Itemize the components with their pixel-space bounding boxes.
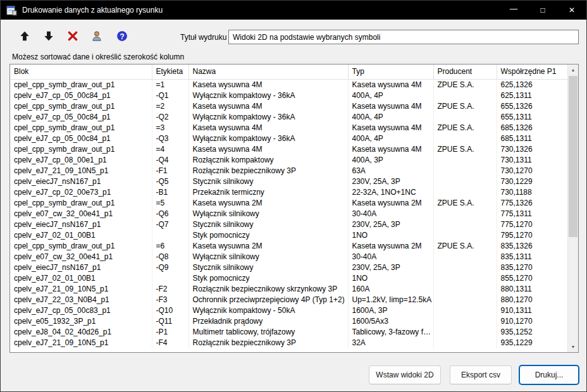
print-button[interactable]: Drukuj...: [519, 365, 579, 384]
table-row[interactable]: cpelv_eJ7_cp_05_00c84_p1-Q1Wyłącznik kom…: [10, 90, 567, 101]
table-cell: =3: [152, 123, 188, 133]
table-cell: Kaseta wysuwna 4M: [348, 101, 433, 112]
table-row[interactable]: cpelv_eiecJ7_nsN167_p1-Q7Stycznik silnik…: [10, 219, 567, 230]
move-up-button[interactable]: [16, 28, 34, 46]
table-row[interactable]: cpel_cpp_symb_draw_out_p1=3Kaseta wysuwn…: [10, 123, 567, 133]
table-cell: Rozłącznik kompaktowy: [188, 155, 348, 166]
table-row[interactable]: cpelv_eJ7_cp_08_00e1_p1-Q4Rozłącznik kom…: [10, 155, 567, 166]
table-row[interactable]: cpelv_eJ7_cp_02_00e73_p1-B1Przekaźnik te…: [10, 187, 567, 198]
window-title: Drukowanie danych z aktualnego rysunku: [22, 6, 163, 15]
table-row[interactable]: cpelv_e05_1932_3P_p1-Q11Przekładnik prąd…: [10, 316, 567, 327]
vertical-scrollbar[interactable]: ▲ ▼: [567, 64, 578, 352]
table-cell: 795,1270: [497, 230, 567, 241]
column-header-2[interactable]: Etykieta: [152, 64, 188, 79]
table-cell: 685,1311: [497, 133, 567, 144]
table-cell: ZPUE S.A.: [433, 79, 497, 90]
table-header-row: BlokEtykietaNazwaTypProducentWspółrzędne…: [10, 64, 567, 79]
table-row[interactable]: cpel_cpp_symb_draw_out_p1=4Kaseta wysuwn…: [10, 144, 567, 155]
table-cell: =5: [152, 198, 188, 209]
table-cell: 160A: [348, 284, 433, 295]
table-cell: cpelv_eJ7_cp_05_00c84_p1: [10, 90, 152, 101]
move-down-button[interactable]: [40, 28, 58, 46]
delete-row-button[interactable]: [64, 28, 82, 46]
table-cell: -F3: [152, 295, 188, 305]
help-button[interactable]: ?: [113, 28, 131, 46]
table-cell: cpelv_e07_cw_32_00e41_p1: [10, 252, 152, 262]
table-cell: cpelv_e07_cw_32_00e41_p1: [10, 209, 152, 219]
column-header-5[interactable]: Producent: [433, 64, 497, 79]
table-row[interactable]: cpel_cpp_symb_draw_out_p1=1Kaseta wysuwn…: [10, 79, 567, 90]
table-cell: Kaseta wysuwna 4M: [188, 79, 348, 90]
table-cell: cpel_cpp_symb_draw_out_p1: [10, 241, 152, 252]
table-cell: Kaseta wysuwna 4M: [348, 144, 433, 155]
table-row[interactable]: cpelv_eJ7_cp_05_00c84_p1-Q2Wyłącznik kom…: [10, 112, 567, 123]
table-cell: [152, 230, 188, 241]
table-cell: cpel_cpp_symb_draw_out_p1: [10, 123, 152, 133]
table-cell: ZPUE S.A.: [433, 101, 497, 112]
table-cell: 855,1270: [497, 273, 567, 284]
table-cell: =6: [152, 241, 188, 252]
table-cell: Multimetr tablicowy, trójfazowy: [188, 327, 348, 338]
close-button[interactable]: ✕: [557, 1, 586, 20]
user-data-button[interactable]: [88, 28, 106, 46]
export-csv-button[interactable]: Eksport csv: [450, 365, 512, 384]
table-cell: 625,1326: [497, 79, 567, 90]
table-row[interactable]: cpelv_eiecJ7_nsN167_p1-Q5Stycznik silnik…: [10, 176, 567, 187]
minimize-button[interactable]: —: [499, 1, 528, 20]
table-cell: 730,1326: [497, 144, 567, 155]
scrollbar-thumb[interactable]: [569, 76, 578, 237]
table-row[interactable]: cpelv_eJ7_21_09_10N5_p1-F1Rozłącznik bez…: [10, 166, 567, 176]
scroll-up-icon[interactable]: ▲: [568, 64, 578, 75]
table-cell: cpel_cpp_symb_draw_out_p1: [10, 79, 152, 90]
table-row[interactable]: cpelv_eiecJ7_nsN167_p1-Q9Stycznik silnik…: [10, 262, 567, 273]
table-row[interactable]: cpelv_e07_cw_32_00e41_p1-Q8Wyłącznik sil…: [10, 252, 567, 262]
column-header-6[interactable]: Współrzędne P1: [497, 64, 567, 79]
table-cell: =2: [152, 101, 188, 112]
scroll-down-icon[interactable]: ▼: [568, 341, 578, 352]
table-row[interactable]: cpelv_eJ7_22_03_N0B4_p1-F3Ochronnik prze…: [10, 295, 567, 305]
table-cell: ZPUE S.A.: [433, 144, 497, 155]
table-row[interactable]: cpelv_eJ7_02_01_00B1Styk pomocniczy1NO85…: [10, 273, 567, 284]
table-cell: cpel_cpp_symb_draw_out_p1: [10, 198, 152, 209]
table-cell: 880,1311: [497, 284, 567, 295]
table-row[interactable]: cpelv_e07_cw_32_00e41_p1-Q6Wyłącznik sil…: [10, 209, 567, 219]
table-cell: 1NO: [348, 273, 433, 284]
print-title-input[interactable]: [228, 30, 579, 44]
table-row[interactable]: cpelv_eJ7_21_09_10N5_p1-F2Rozłącznik bez…: [10, 284, 567, 295]
column-header-4[interactable]: Typ: [348, 64, 433, 79]
column-header-3[interactable]: Nazwa: [188, 64, 348, 79]
table-cell: [433, 187, 497, 198]
table-cell: 835,1270: [497, 262, 567, 273]
table-cell: 880,1270: [497, 295, 567, 305]
table-cell: [433, 166, 497, 176]
table-cell: -Q11: [152, 316, 188, 327]
maximize-button[interactable]: □: [528, 1, 557, 20]
table-cell: Styk pomocniczy: [188, 230, 348, 241]
table-row[interactable]: cpelv_eJ8_04_02_40d26_p1-P1Multimetr tab…: [10, 327, 567, 338]
table-cell: Kaseta wysuwna 4M: [188, 144, 348, 155]
table-cell: -F1: [152, 166, 188, 176]
insert-2d-views-button[interactable]: Wstaw widoki 2D: [369, 365, 441, 384]
table-row[interactable]: cpel_cpp_symb_draw_out_p1=2Kaseta wysuwn…: [10, 101, 567, 112]
table-cell: [433, 338, 497, 348]
table-cell: [433, 305, 497, 316]
table-cell: 1600/5Ax3: [348, 316, 433, 327]
table-cell: [433, 230, 497, 241]
table-cell: -P1: [152, 327, 188, 338]
table-row[interactable]: cpel_cpp_symb_draw_out_p1=5Kaseta wysuwn…: [10, 198, 567, 209]
table-cell: 730,1188: [497, 187, 567, 198]
table-row[interactable]: cpelv_eJ7_cp_05_00c84_p1-Q3Wyłącznik kom…: [10, 133, 567, 144]
table-cell: -Q6: [152, 209, 188, 219]
print-title-label: Tytuł wydruku: [180, 33, 226, 42]
table-row[interactable]: cpelv_eJ7_cp_05_00c83_p1-Q10Wyłącznik ko…: [10, 305, 567, 316]
table-cell: 730,1311: [497, 155, 567, 166]
table-row[interactable]: cpelv_eJ7_02_01_00B1Styk pomocniczy1NO79…: [10, 230, 567, 241]
table-cell: 835,1326: [497, 241, 567, 252]
column-header-1[interactable]: Blok: [10, 64, 152, 79]
table-row[interactable]: cpelv_eJ7_21_09_10N5_p1-F4Rozłącznik bez…: [10, 338, 567, 348]
table-cell: Przekładnik prądowy: [188, 316, 348, 327]
close-icon: ✕: [569, 6, 575, 15]
table-cell: =1: [152, 79, 188, 90]
table-row[interactable]: cpel_cpp_symb_draw_out_p1=6Kaseta wysuwn…: [10, 241, 567, 252]
table-cell: 655,1326: [497, 101, 567, 112]
